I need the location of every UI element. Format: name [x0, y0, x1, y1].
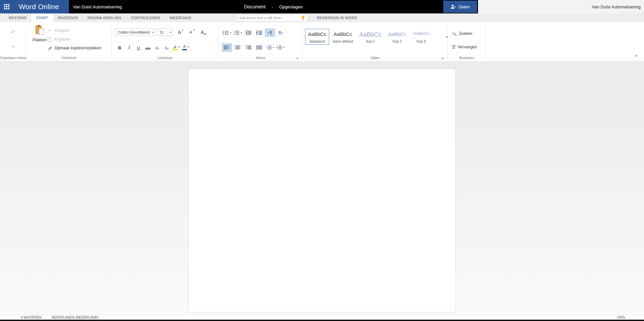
chevron-down-icon: ▾ — [178, 45, 179, 48]
group-stijlen: AaBbCc Standaard AaBbCc Geen afstand AaB… — [303, 22, 448, 61]
replace-button[interactable]: ab ac Vervangen — [452, 43, 477, 51]
paragraph-row-1: ▾ 123 ▾ ▸ ¶ — [222, 29, 286, 37]
group-label-ongedaan-maken: Ongedaan maken — [0, 56, 26, 60]
paste-button[interactable]: Plakken — [30, 25, 50, 42]
chevron-down-icon: ▾ — [168, 31, 171, 34]
account-name[interactable]: Van Dulst Automatisering — [592, 4, 641, 9]
replace-label: Vervangen — [458, 45, 477, 49]
rtl-text-direction-button[interactable]: ¶ ◂ — [276, 29, 286, 37]
chevron-down-icon: ▾ — [273, 46, 274, 49]
subscript-button[interactable]: x2 — [153, 43, 162, 52]
justify-button[interactable] — [254, 43, 264, 52]
style-standaard[interactable]: AaBbCc Standaard — [305, 29, 329, 45]
decrease-indent-button[interactable] — [243, 29, 253, 37]
grow-font-caret-icon: ▴ — [182, 29, 183, 31]
grow-font-button[interactable]: A ▴ — [175, 29, 184, 36]
cut-button[interactable]: ✂ Knippen — [47, 26, 101, 35]
highlight-color-button[interactable]: ▾ — [171, 43, 181, 52]
superscript-button[interactable]: x2 — [162, 43, 171, 52]
share-button[interactable]: Delen — [443, 1, 477, 13]
tab-divider — [310, 15, 310, 20]
undo-icon: ↶ — [11, 29, 15, 36]
clipboard-commands: ✂ Knippen Kopiëren Opmaak kopiëren/plakk… — [47, 26, 101, 52]
group-label-stijlen: Stijlen — [303, 56, 448, 60]
line-spacing-arrow-icon: ↕ — [266, 46, 268, 49]
app-title: Word Online — [13, 3, 59, 11]
undo-button[interactable]: ↶ — [8, 28, 18, 36]
ribbon-tab-row: BESTAND START INVOEGEN PAGINA-INDELING C… — [0, 13, 644, 22]
ltr-arrow-icon: ▸ — [268, 32, 269, 34]
group-lettertype: Calibri (Hoofdtekst ▾ 11 ▾ A ▴ A ▾ A — [112, 22, 218, 61]
line-spacing-button[interactable]: ↕ ▾ — [265, 43, 275, 52]
zoom-level[interactable]: 100% — [616, 316, 625, 319]
clear-formatting-button[interactable]: A — [198, 29, 207, 36]
align-left-icon — [224, 45, 230, 50]
font-name-value: Calibri (Hoofdtekst — [118, 30, 150, 34]
style-kop-1[interactable]: AaBbCc Kop 1 — [357, 29, 384, 45]
find-button[interactable]: Zoeken — [452, 30, 472, 37]
format-painter-icon — [47, 46, 52, 50]
shrink-font-button[interactable]: A ▾ — [186, 29, 196, 36]
paragraph-spacing-button[interactable]: ▸ ▾ — [276, 43, 286, 52]
font-name-combobox[interactable]: Calibri (Hoofdtekst ▾ — [116, 29, 155, 36]
redo-button[interactable]: ↷ — [8, 43, 18, 51]
font-size-value: 11 — [160, 30, 164, 34]
superscript-mark: 2 — [167, 47, 168, 50]
scissors-icon: ✂ — [47, 28, 52, 33]
align-left-button[interactable] — [222, 43, 232, 52]
bullet-list-icon — [223, 31, 229, 35]
format-painter-button[interactable]: Opmaak kopiëren/plakken — [47, 44, 101, 52]
bullet-list-button[interactable]: ▾ — [222, 29, 232, 37]
copy-button[interactable]: Kopiëren — [47, 35, 101, 44]
numbered-list-icon: 123 — [233, 31, 240, 35]
paste-label: Plakken — [33, 38, 47, 42]
style-kop-2[interactable]: AaBbCc Kop 2 — [385, 29, 409, 45]
bold-button[interactable]: B — [115, 43, 124, 52]
strikethrough-button[interactable]: abc — [143, 43, 153, 52]
tab-controleren[interactable]: CONTROLEREN — [126, 13, 165, 22]
language-indicator[interactable]: NEDERLANDS (NEDERLAND) — [52, 316, 98, 319]
align-center-button[interactable] — [233, 43, 243, 52]
style-geen-afstand[interactable]: AaBbCc Geen afstand — [330, 29, 356, 45]
shrink-font-letter: A — [190, 30, 192, 34]
paragraph-row-2: ↕ ▾ ▸ ▾ — [222, 43, 286, 52]
save-status: Opgeslagen — [279, 4, 303, 9]
ribbon: ↶ ↷ Ongedaan maken Plakken ✂ Knippen — [0, 22, 644, 61]
font-size-combobox[interactable]: 11 ▾ — [157, 29, 173, 36]
word-count[interactable]: 0 WOORDEN — [21, 316, 42, 319]
paragraph-dialog-launcher[interactable]: ⇲ — [296, 57, 298, 60]
document-page[interactable] — [188, 69, 456, 312]
align-right-button[interactable] — [243, 43, 253, 52]
clipboard-icon — [35, 25, 44, 35]
lightbulb-icon — [301, 16, 305, 20]
styles-dialog-launcher[interactable]: ⇲ — [441, 57, 444, 60]
font-color-icon: A — [182, 45, 187, 50]
increase-indent-button[interactable] — [254, 29, 264, 37]
copy-label: Kopiëren — [54, 37, 71, 42]
tell-me-input[interactable] — [238, 16, 301, 20]
underline-button[interactable]: U — [134, 43, 143, 52]
ltr-text-direction-button[interactable]: ▸ ¶ — [265, 29, 275, 37]
tab-start[interactable]: START — [31, 13, 53, 22]
tab-weergave[interactable]: WEERGAVE — [165, 13, 196, 22]
align-center-icon — [235, 45, 241, 50]
tab-invoegen[interactable]: INVOEGEN — [53, 13, 83, 22]
group-alinea: ▾ 123 ▾ ▸ ¶ — [218, 22, 303, 61]
style-kop-3[interactable]: AaBbCc Kop 3 — [410, 29, 432, 45]
chevron-down-icon: ▾ — [151, 31, 154, 34]
chevron-down-icon: ▾ — [230, 31, 231, 34]
subscript-mark: 2 — [158, 47, 159, 50]
line-spacing-lines-icon — [268, 45, 272, 50]
numbered-list-button[interactable]: 123 ▾ — [233, 29, 243, 37]
italic-button[interactable]: I — [124, 43, 134, 52]
tab-bewerken-in-word[interactable]: BEWERKEN IN WORD — [312, 13, 362, 22]
tab-pagina-indeling[interactable]: PAGINA-INDELING — [83, 13, 126, 22]
format-painter-label: Opmaak kopiëren/plakken — [54, 46, 101, 50]
increase-indent-icon — [256, 31, 263, 35]
collapse-ribbon-button[interactable] — [634, 54, 639, 58]
document-title[interactable]: Document — [244, 4, 266, 9]
font-color-button[interactable]: A ▾ — [181, 43, 190, 52]
tab-bestand[interactable]: BESTAND — [4, 13, 31, 22]
app-launcher-button[interactable] — [0, 0, 13, 13]
justify-icon — [256, 45, 263, 50]
